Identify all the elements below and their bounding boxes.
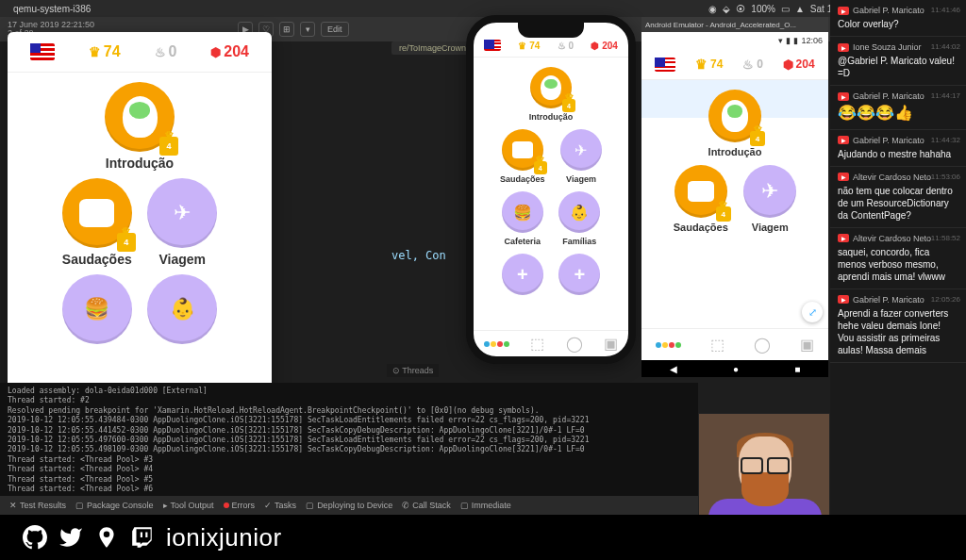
android-window-title: Android Emulator - Android_Accelerated_O… (641, 17, 828, 32)
signal-icon: ▮ (786, 36, 791, 45)
nav-recent[interactable]: ■ (794, 364, 800, 374)
skill-familias[interactable]: 👶 (147, 274, 217, 348)
streak-stat[interactable]: ♨0 (558, 41, 575, 51)
crown-icon: ♛ (89, 44, 101, 59)
skill-locked[interactable]: + (502, 254, 543, 299)
egg-icon (123, 96, 158, 138)
chat-time: 11:44:32 (931, 136, 960, 144)
chat-message: ▶Altevir Cardoso Neto11:53:06não tem que… (830, 167, 966, 228)
wifi-icon: ▾ (778, 36, 783, 45)
chat-message: ▶Gabriel P. Maricato11:41:46Color overla… (830, 0, 966, 37)
status-tasks[interactable]: ✓ Tasks (264, 501, 296, 510)
term-line: 2019-10-12 12:05:55.439484-0300 AppDuoli… (8, 416, 691, 425)
skill-intro[interactable]: 4Introdução (529, 67, 574, 122)
youtube-icon: ▶ (838, 234, 849, 242)
crowns-stat[interactable]: ♛74 (89, 43, 121, 60)
battery-icon: ▮ (793, 36, 798, 45)
tab-shop[interactable]: ▣ (800, 336, 814, 354)
skill-saudacoes[interactable]: 4 Saudações (62, 178, 132, 267)
android-nav-bar: ◀ ● ■ (641, 360, 828, 377)
chat-body: não tem que colocar dentro de um Resourc… (838, 185, 958, 222)
skill-locked[interactable]: + (558, 254, 600, 299)
menubar-app-name[interactable]: qemu-system-i386 (13, 4, 91, 14)
tab-stories[interactable]: ⬚ (530, 335, 544, 353)
skill-viagem[interactable]: ✈Viagem (560, 129, 602, 184)
tab-profile[interactable]: ◯ (566, 335, 583, 353)
edit-button[interactable]: Edit (321, 22, 349, 37)
status-deploying[interactable]: ▢ Deploying to Device (306, 501, 392, 510)
output-terminal[interactable]: Loaded assembly: dola-0eida01d000 [Exter… (0, 383, 698, 496)
youtube-icon: ▶ (838, 295, 849, 304)
chat-body: Color overlay? (838, 18, 958, 30)
presenter: iOS& (727, 433, 803, 527)
streak-stat[interactable]: ♨0 (155, 43, 177, 60)
crowns-stat[interactable]: ♛74 (518, 41, 540, 51)
skill-familias[interactable]: 👶Famílias (558, 191, 600, 246)
nav-home[interactable]: ● (733, 364, 739, 374)
fab-button[interactable]: ⤢ (802, 302, 823, 322)
tab-learn[interactable] (484, 341, 509, 347)
skill-saudacoes[interactable]: 4Saudações (500, 129, 545, 184)
skill-intro[interactable]: 4 Introdução (105, 82, 175, 171)
streak-stat[interactable]: ♨0 (742, 58, 763, 72)
crowns-stat[interactable]: ♛74 (695, 57, 723, 72)
battery-icon: ▭ (781, 4, 790, 14)
skill-cafeteria[interactable]: 🍔Cafeteria (502, 191, 543, 246)
tab-learn[interactable] (656, 342, 681, 348)
flag-icon[interactable] (30, 43, 55, 60)
status-errors[interactable]: Errors (224, 501, 256, 510)
skill-viagem[interactable]: ✈ Viagem (147, 178, 217, 267)
status-test-results[interactable]: ✕ Test Results (9, 501, 66, 510)
chat-time: 11:44:17 (931, 91, 960, 100)
obs-icon[interactable]: ◉ (708, 4, 717, 14)
status-tool-output[interactable]: ▸ Tool Output (163, 501, 214, 510)
skill-viagem[interactable]: ✈Viagem (743, 165, 796, 233)
tab-stories[interactable]: ⬚ (710, 336, 724, 354)
crown-badge: 4 (159, 137, 178, 156)
term-line: 2019-10-12 12:05:55.441452-0300 AppDuoli… (8, 426, 691, 436)
skill-cafeteria[interactable]: 🍔 (62, 274, 132, 348)
flag-icon[interactable] (655, 58, 675, 72)
down-button[interactable]: ▾ (300, 22, 315, 37)
tab-profile[interactable]: ◯ (754, 336, 771, 354)
chat-message: ▶Altevir Cardoso Neto11:58:52saquei, con… (830, 228, 966, 289)
chat-body: Ajudando o mestre hahaha (838, 148, 958, 160)
design-preview-window: ♛74 ♨0 ⬢204 4 Introdução 4 Saudações ✈ V… (8, 32, 272, 419)
wifi-icon[interactable]: ⦿ (736, 4, 745, 14)
status-call-stack[interactable]: ✆ Call Stack (402, 501, 451, 510)
baby-icon: 👶 (170, 297, 195, 321)
chat-body: 😂😂😂👍 (838, 104, 958, 124)
term-line: Thread started: <Thread Pool> #5 (8, 475, 691, 485)
chat-time: 11:44:02 (931, 42, 960, 51)
chat-message: ▶Gabriel P. Maricato11:44:17😂😂😂👍 (830, 86, 966, 130)
tab-shop[interactable]: ▣ (604, 335, 618, 353)
youtube-icon: ▶ (838, 173, 849, 181)
skills-area[interactable]: 4 Introdução 4 Saudações ✈ Viagem 🍔 (8, 73, 272, 357)
wifi-signal-icon[interactable]: ▲ (795, 4, 805, 14)
status-immediate[interactable]: ▢ Immediate (460, 501, 511, 510)
location-icon (94, 525, 119, 550)
status-package-console[interactable]: ▢ Package Console (75, 501, 154, 510)
live-chat-panel[interactable]: ▶Gabriel P. Maricato11:41:46Color overla… (830, 0, 966, 515)
gems-stat[interactable]: ⬢204 (591, 41, 618, 51)
term-line: Loaded assembly: dola-0eida01d000 [Exter… (8, 387, 691, 396)
dropbox-icon[interactable]: ⬙ (723, 4, 730, 14)
gems-stat[interactable]: ⬢204 (783, 58, 815, 72)
android-statusbar: ▾ ▮ ▮ 12:06 (641, 32, 828, 49)
flame-icon: ♨ (155, 45, 166, 59)
skill-saudacoes[interactable]: 4Saudações (674, 165, 728, 233)
gems-stat[interactable]: ⬢204 (210, 43, 249, 60)
term-line: 2019-10-12 12:05:55.498109-0300 AppDuoli… (8, 445, 691, 454)
android-emulator-window: Android Emulator - Android_Accelerated_O… (641, 17, 828, 377)
tool-button[interactable]: ⊞ (279, 22, 294, 37)
flag-icon[interactable] (484, 40, 501, 51)
nav-back[interactable]: ◀ (670, 364, 677, 374)
mac-menubar: qemu-system-i386 ◉ ⬙ ⦿ 100% ▭ ▲ Sat 12 O… (0, 0, 966, 17)
chat-body: saquei, concordo, fica menos verboso mes… (838, 246, 958, 283)
battery-pct: 100% (751, 4, 775, 14)
threads-panel-header[interactable]: ⊙ Threads (387, 364, 439, 377)
chat-message: ▶Gabriel P. Maricato12:05:26Aprendi a fa… (830, 289, 966, 363)
chat-body: @Gabriel P. Maricato valeu! =D (838, 55, 958, 79)
skill-intro[interactable]: 4Introdução (708, 90, 762, 157)
chat-message: ▶Ione Souza Junior11:44:02@Gabriel P. Ma… (830, 37, 966, 86)
